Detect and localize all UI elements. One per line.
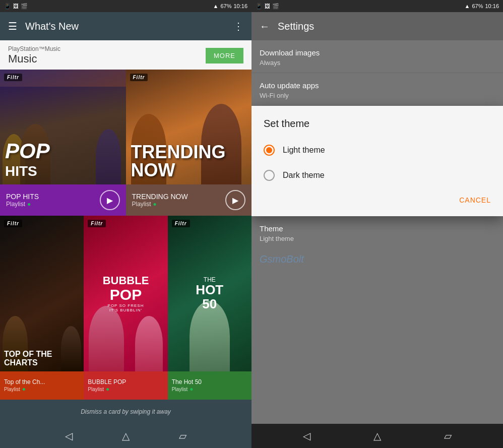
r-video-icon: 🎬 — [272, 3, 279, 10]
r-back-nav-icon[interactable]: ◁ — [303, 430, 310, 442]
left-status-bar: 📱 🖼 🎬 ▲ 67% 10:16 — [0, 0, 252, 12]
trending-filtr-badge: Filtr — [130, 74, 148, 81]
download-images-subtitle: Always — [260, 59, 495, 67]
download-images-item[interactable]: Download images Always — [252, 40, 503, 73]
trending-title: TRENDING NOW — [132, 193, 188, 201]
trending-now-play-button[interactable]: ▶ — [225, 190, 245, 210]
light-theme-option[interactable]: Light theme — [252, 138, 503, 163]
home-nav-icon[interactable]: △ — [122, 430, 130, 442]
r-image-icon: 🖼 — [265, 3, 270, 9]
pop-hits-subtitle: Playlist ● — [6, 201, 39, 208]
hits-text: HITS — [5, 163, 50, 179]
r-wifi-icon: ▲ — [465, 3, 470, 9]
hot50-subtitle: Playlist ● — [172, 386, 202, 393]
battery-icon: 67% — [220, 3, 231, 9]
playlist-grid: Filtr POP HITS POP HITS Playlist ● ▶ — [0, 70, 252, 400]
hot50-image: Filtr THE HOT 50 — [168, 216, 252, 371]
bubble-pop-text: BUBBLE POP POP SO FRESH IT'S BUBBLIN' — [103, 275, 149, 312]
r-phone-icon: 📱 — [256, 3, 263, 10]
back-button[interactable]: ← — [260, 21, 270, 32]
dark-theme-option[interactable]: Dark theme — [252, 163, 503, 188]
pop-hits-footer: POP HITS Playlist ● ▶ — [0, 184, 126, 216]
theme-item[interactable]: Theme Light theme — [252, 216, 503, 248]
pop-hits-filtr-badge: Filtr — [4, 74, 22, 81]
back-nav-icon[interactable]: ◁ — [65, 430, 73, 442]
r-battery-icon: 67% — [472, 3, 483, 9]
right-panel: 📱 🖼 🎬 ▲ 67% 10:16 ← Settings Download im… — [252, 0, 503, 448]
charts-title: Top of the Ch... — [4, 378, 45, 386]
status-left-icons: 📱 🖼 🎬 — [4, 3, 28, 10]
spotify-icon-charts: ● — [22, 386, 26, 393]
hot50-card[interactable]: Filtr THE HOT 50 The Hot 50 Playlist ● — [168, 216, 252, 400]
trending-now-text: TRENDINGNOW — [131, 143, 226, 179]
light-theme-radio[interactable] — [264, 145, 275, 156]
top-charts-footer: Top of the Ch... Playlist ● — [0, 371, 84, 400]
hot50-title: The Hot 50 — [172, 378, 202, 386]
r-home-nav-icon[interactable]: △ — [373, 430, 381, 442]
video-icon: 🎬 — [21, 3, 28, 10]
spotify-icon-trending: ● — [153, 201, 157, 208]
trending-subtitle: Playlist ● — [132, 201, 188, 208]
spotify-icon-hot50: ● — [190, 386, 193, 393]
r-recents-nav-icon[interactable]: ▱ — [444, 430, 452, 442]
settings-header: ← Settings — [252, 12, 503, 40]
light-theme-radio-fill — [266, 147, 272, 153]
time-display: 10:16 — [233, 3, 247, 9]
light-theme-label: Light theme — [283, 146, 325, 155]
playstation-label: PlayStation™Music — [8, 45, 60, 52]
music-label: Music — [8, 52, 60, 66]
theme-title: Theme — [260, 224, 495, 233]
overflow-menu-icon[interactable]: ⋮ — [233, 20, 243, 32]
bubble-subtitle: Playlist ● — [88, 386, 126, 393]
download-images-title: Download images — [260, 48, 495, 57]
app-title: What's New — [25, 21, 233, 32]
trending-now-footer: TRENDING NOW Playlist ● ▶ — [126, 184, 252, 216]
auto-update-item[interactable]: Auto update apps Wi-Fi only — [252, 73, 503, 106]
trending-now-card[interactable]: Filtr TRENDINGNOW TRENDING NOW Playlist … — [126, 70, 252, 216]
status-right-icons: ▲ 67% 10:16 — [213, 3, 247, 9]
image-icon: 🖼 — [13, 3, 19, 9]
hot50-footer: The Hot 50 Playlist ● — [168, 371, 252, 400]
bubble-pop-footer: BUBBLE POP Playlist ● — [84, 371, 167, 400]
hot50-image-text: THE HOT 50 — [196, 276, 223, 311]
pop-hits-card[interactable]: Filtr POP HITS POP HITS Playlist ● ▶ — [0, 70, 126, 216]
recents-nav-icon[interactable]: ▱ — [179, 430, 186, 442]
bubble-pop-image: Filtr BUBBLE POP POP SO FRESH IT'S BUBBL… — [84, 216, 167, 371]
bubble-title: BUBBLE POP — [88, 378, 126, 386]
subtitle-section: PlayStation™Music Music MORE — [0, 40, 252, 70]
top-charts-card[interactable]: Filtr TOP OF THE CHARTS Top of the Ch...… — [0, 216, 84, 400]
dismiss-text: Dismiss a card by swiping it away — [81, 408, 171, 415]
cancel-button[interactable]: CANCEL — [455, 192, 495, 208]
left-bottom-nav: Dismiss a card by swiping it away — [0, 400, 252, 424]
settings-list: Download images Always Auto update apps … — [252, 40, 503, 424]
dark-theme-radio[interactable] — [264, 170, 275, 181]
more-button[interactable]: MORE — [206, 48, 243, 63]
pop-hits-image: Filtr POP HITS — [0, 70, 126, 184]
pop-hits-image-text: POP HITS — [5, 139, 50, 179]
top-charts-image: Filtr TOP OF THE CHARTS — [0, 216, 84, 371]
menu-icon[interactable]: ☰ — [8, 20, 17, 32]
right-bottom-nav: ◁ △ ▱ — [252, 424, 503, 448]
bubble-pop-card[interactable]: Filtr BUBBLE POP POP SO FRESH IT'S BUBBL… — [84, 216, 167, 400]
dark-theme-label: Dark theme — [283, 171, 325, 180]
dialog-title: Set theme — [252, 118, 503, 138]
top-charts-footer-info: Top of the Ch... Playlist ● — [4, 378, 45, 393]
pop-hits-play-button[interactable]: ▶ — [100, 190, 120, 210]
spotify-icon-bubble: ● — [106, 386, 109, 393]
watermark: GsmoBolt — [260, 253, 304, 265]
subtitle-text-block: PlayStation™Music Music — [8, 45, 60, 66]
right-status-bar: 📱 🖼 🎬 ▲ 67% 10:16 — [252, 0, 503, 12]
pop-hits-footer-info: POP HITS Playlist ● — [6, 193, 39, 208]
hot50-filtr-badge: Filtr — [172, 220, 190, 227]
trending-now-footer-info: TRENDING NOW Playlist ● — [132, 193, 188, 208]
settings-title: Settings — [278, 21, 314, 32]
bubble-filtr-badge: Filtr — [88, 220, 106, 227]
dialog-actions: CANCEL — [252, 188, 503, 212]
charts-subtitle: Playlist ● — [4, 386, 45, 393]
pop-text: POP — [5, 139, 50, 163]
bottom-row: Filtr TOP OF THE CHARTS Top of the Ch...… — [0, 216, 252, 400]
phone-icon: 📱 — [4, 3, 11, 10]
trending-now-image: Filtr TRENDINGNOW — [126, 70, 252, 184]
bubble-pop-footer-info: BUBBLE POP Playlist ● — [88, 378, 126, 393]
r-time-display: 10:16 — [485, 3, 499, 9]
